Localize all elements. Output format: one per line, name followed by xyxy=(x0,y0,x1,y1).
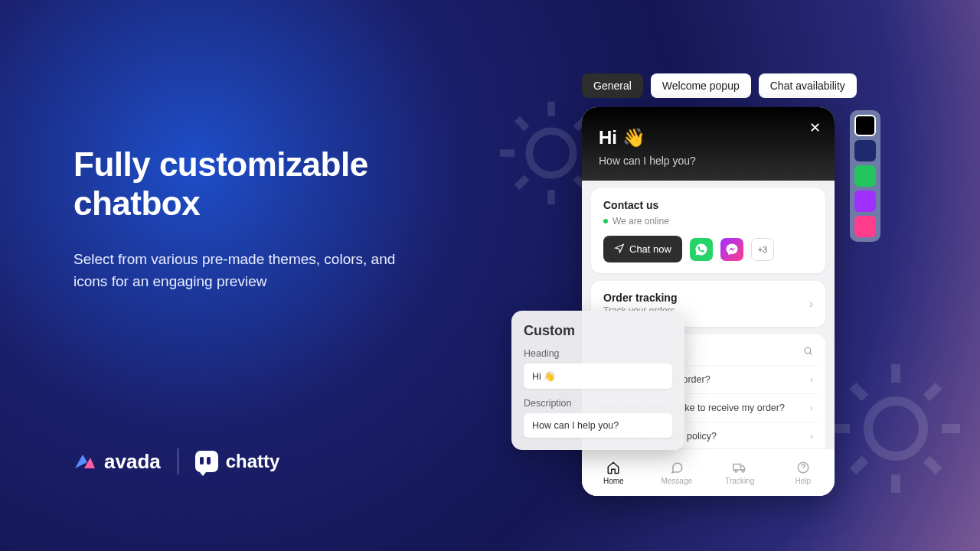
more-socials-button[interactable]: +3 xyxy=(751,238,774,261)
widget-greeting: Hi 👋 xyxy=(599,127,818,148)
swatch-navy[interactable] xyxy=(854,140,876,161)
swatch-purple[interactable] xyxy=(854,191,876,212)
chevron-right-icon: › xyxy=(810,431,813,442)
nav-help[interactable]: Help xyxy=(772,449,835,496)
page-subhead: Select from various pre-made themes, col… xyxy=(74,249,410,292)
avada-text: avada xyxy=(104,450,161,474)
heading-label: Heading xyxy=(524,348,672,359)
chat-now-label: Chat now xyxy=(629,243,671,255)
swatch-green[interactable] xyxy=(854,165,876,187)
color-swatch-panel xyxy=(850,110,880,242)
chatty-text: chatty xyxy=(226,451,280,472)
svg-rect-3 xyxy=(733,464,741,470)
heading-input[interactable]: Hi 👋 xyxy=(524,364,672,389)
config-tabs: General Welcome popup Chat availability xyxy=(582,73,857,98)
gear-icon xyxy=(819,352,972,505)
chatty-logo: chatty xyxy=(195,451,280,472)
svg-point-4 xyxy=(735,470,737,472)
description-input[interactable]: How can I help you? xyxy=(524,413,672,438)
widget-subgreeting: How can I help you? xyxy=(599,155,818,167)
avada-mark-icon xyxy=(74,452,96,471)
svg-point-1 xyxy=(868,401,923,456)
custom-title: Custom xyxy=(524,323,672,339)
search-icon[interactable] xyxy=(803,345,813,359)
nav-tracking[interactable]: Tracking xyxy=(708,449,772,496)
whatsapp-icon[interactable] xyxy=(690,238,713,261)
swatch-black[interactable] xyxy=(854,115,876,136)
svg-point-2 xyxy=(805,347,811,354)
brand-row: avada chatty xyxy=(74,448,279,474)
custom-settings-panel: Custom Heading Hi 👋 Description How can … xyxy=(511,311,684,450)
svg-point-0 xyxy=(529,131,573,175)
tab-general[interactable]: General xyxy=(582,73,643,98)
widget-header: ✕ Hi 👋 How can I help you? xyxy=(582,107,835,181)
tab-availability[interactable]: Chat availability xyxy=(759,73,857,98)
message-icon xyxy=(669,461,684,474)
send-icon xyxy=(614,243,625,256)
close-icon[interactable]: ✕ xyxy=(809,119,821,136)
contact-title: Contact us xyxy=(603,199,813,211)
tab-welcome[interactable]: Welcome popup xyxy=(651,73,751,98)
online-status: We are online xyxy=(603,216,813,227)
chevron-right-icon: › xyxy=(809,297,813,311)
messenger-icon[interactable] xyxy=(720,238,743,261)
status-dot-icon xyxy=(603,219,608,223)
svg-point-5 xyxy=(742,470,744,472)
chat-now-button[interactable]: Chat now xyxy=(603,236,682,262)
avada-logo: avada xyxy=(74,450,161,474)
logo-divider xyxy=(178,448,178,474)
truck-icon xyxy=(732,461,747,474)
nav-message[interactable]: Message xyxy=(645,449,709,496)
nav-home[interactable]: Home xyxy=(582,449,645,496)
tracking-title: Order tracking xyxy=(603,292,677,304)
swatch-pink[interactable] xyxy=(854,216,876,237)
contact-card: Contact us We are online Chat now +3 xyxy=(591,188,825,273)
page-headline: Fully customizable chatbox xyxy=(74,145,456,223)
help-icon xyxy=(795,461,811,474)
chevron-right-icon: › xyxy=(810,403,813,413)
home-icon xyxy=(606,461,621,474)
widget-bottom-nav: Home Message Tracking Help xyxy=(582,448,835,496)
chevron-right-icon: › xyxy=(810,374,813,385)
chatty-mark-icon xyxy=(195,451,218,472)
description-label: Description xyxy=(524,398,672,409)
